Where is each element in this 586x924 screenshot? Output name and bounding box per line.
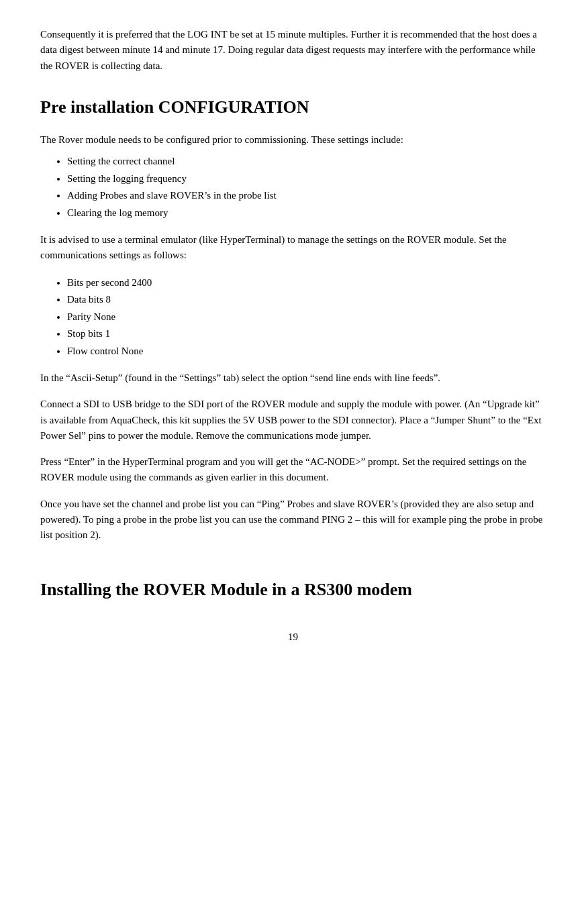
section1-heading: Pre installation CONFIGURATION — [40, 94, 546, 120]
list-item: Adding Probes and slave ROVER’s in the p… — [67, 187, 546, 205]
section1-para4: Press “Enter” in the HyperTerminal progr… — [40, 454, 546, 486]
section1-para2: In the “Ascii-Setup” (found in the “Sett… — [40, 370, 546, 386]
list-item: Setting the logging frequency — [67, 170, 546, 188]
list-item: Setting the correct channel — [67, 153, 546, 170]
section1-para1: It is advised to use a terminal emulator… — [40, 232, 546, 264]
page-number: 19 — [40, 629, 546, 645]
intro-paragraph: Consequently it is preferred that the LO… — [40, 27, 546, 74]
section1-para3: Connect a SDI to USB bridge to the SDI p… — [40, 397, 546, 444]
bullet-list-1: Setting the correct channelSetting the l… — [67, 153, 546, 221]
list-item: Clearing the log memory — [67, 205, 546, 222]
bullet-list-2: Bits per second 2400Data bits 8Parity No… — [67, 274, 546, 360]
section2-heading: Installing the ROVER Module in a RS300 m… — [40, 576, 546, 603]
list-item: Stop bits 1 — [67, 325, 546, 343]
list-item: Flow control None — [67, 343, 546, 360]
section1-para5: Once you have set the channel and probe … — [40, 497, 546, 544]
list-item: Parity None — [67, 309, 546, 326]
section1-intro: The Rover module needs to be configured … — [40, 132, 546, 148]
list-item: Bits per second 2400 — [67, 274, 546, 292]
list-item: Data bits 8 — [67, 291, 546, 309]
